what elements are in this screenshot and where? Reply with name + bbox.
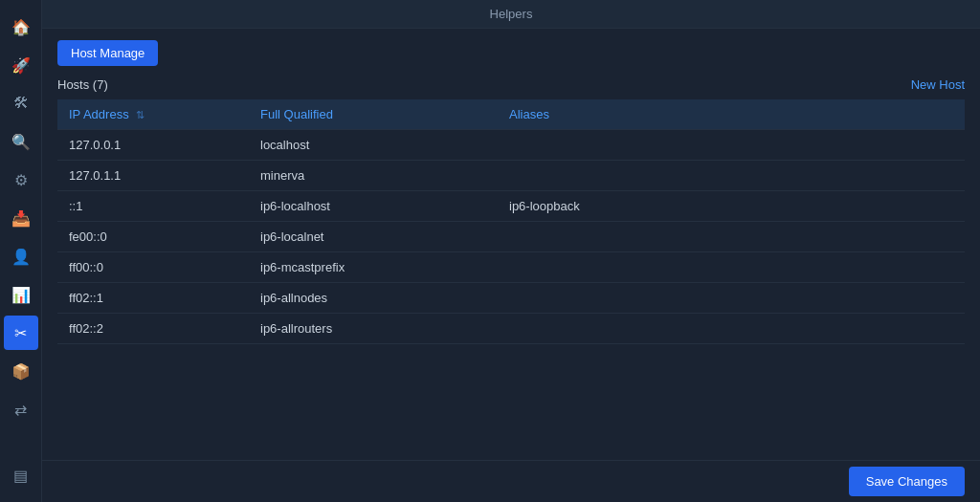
cell-fq: ip6-allnodes [249, 283, 498, 314]
sidebar-item-tools[interactable]: 🛠 [4, 86, 38, 120]
table-row[interactable]: 127.0.1.1minerva [57, 161, 965, 191]
hosts-header: Hosts (7) New Host [57, 77, 965, 92]
cell-ip: ff02::1 [57, 283, 249, 314]
column-header-fq: Full Qualified [249, 99, 498, 130]
hosts-count: Hosts (7) [57, 77, 108, 92]
cell-fq: ip6-allrouters [249, 314, 498, 344]
main-panel: Helpers Host Manage Hosts (7) New Host I… [42, 0, 980, 502]
cell-aliases [498, 283, 965, 314]
sidebar-item-settings[interactable]: ⚙ [4, 163, 38, 197]
topbar: Helpers [42, 0, 980, 29]
sidebar-item-search[interactable]: 🔍 [4, 124, 38, 159]
cell-fq: ip6-localnet [249, 222, 498, 252]
cell-aliases: ip6-loopback [498, 191, 965, 222]
sidebar-item-helpers[interactable]: ✂ [4, 316, 38, 350]
column-header-aliases-label: Aliases [509, 107, 549, 121]
sidebar-item-packages[interactable]: 📦 [4, 354, 38, 388]
cell-ip: 127.0.0.1 [57, 130, 249, 161]
host-manage-button[interactable]: Host Manage [57, 40, 158, 66]
column-header-fq-label: Full Qualified [260, 107, 333, 121]
cell-aliases [498, 314, 965, 344]
sidebar: 🏠 🚀 🛠 🔍 ⚙ 📥 👤 📊 ✂ 📦 ⇄ ▤ [0, 0, 42, 502]
save-changes-button[interactable]: Save Changes [849, 467, 965, 496]
cell-fq: localhost [249, 130, 498, 161]
table-row[interactable]: ff00::0ip6-mcastprefix [57, 252, 965, 283]
sidebar-item-dashboard[interactable]: 🏠 [4, 10, 38, 44]
footer: Save Changes [42, 460, 980, 502]
sidebar-item-network[interactable]: ⇄ [4, 392, 38, 426]
cell-fq: ip6-localhost [249, 191, 498, 222]
cell-aliases [498, 161, 965, 191]
table-row[interactable]: 127.0.0.1localhost [57, 130, 965, 161]
sidebar-item-inbox[interactable]: 📥 [4, 201, 38, 235]
column-header-ip-label: IP Address [69, 107, 129, 121]
hosts-table: IP Address ⇅ Full Qualified Aliases 127.… [57, 99, 965, 344]
cell-aliases [498, 222, 965, 252]
sort-icon-ip: ⇅ [136, 109, 145, 121]
column-header-aliases: Aliases [498, 99, 965, 130]
table-row[interactable]: ::1ip6-localhostip6-loopback [57, 191, 965, 222]
cell-ip: fe00::0 [57, 222, 249, 252]
table-row[interactable]: fe00::0ip6-localnet [57, 222, 965, 252]
column-header-ip[interactable]: IP Address ⇅ [57, 99, 249, 130]
table-header-row: IP Address ⇅ Full Qualified Aliases [57, 99, 965, 130]
sidebar-item-rocket[interactable]: 🚀 [4, 48, 38, 82]
cell-ip: 127.0.1.1 [57, 161, 249, 191]
sidebar-item-chart[interactable]: 📊 [4, 277, 38, 312]
new-host-link[interactable]: New Host [911, 77, 965, 92]
cell-aliases [498, 252, 965, 283]
cell-aliases [498, 130, 965, 161]
content-area: Host Manage Hosts (7) New Host IP Addres… [42, 29, 980, 460]
cell-ip: ff00::0 [57, 252, 249, 283]
page-title: Helpers [490, 7, 533, 21]
cell-fq: minerva [249, 161, 498, 191]
cell-ip: ::1 [57, 191, 249, 222]
table-row[interactable]: ff02::1ip6-allnodes [57, 283, 965, 314]
table-row[interactable]: ff02::2ip6-allrouters [57, 314, 965, 344]
cell-fq: ip6-mcastprefix [249, 252, 498, 283]
cell-ip: ff02::2 [57, 314, 249, 344]
sidebar-item-terminal[interactable]: ▤ [4, 458, 38, 492]
sidebar-item-user[interactable]: 👤 [4, 239, 38, 273]
